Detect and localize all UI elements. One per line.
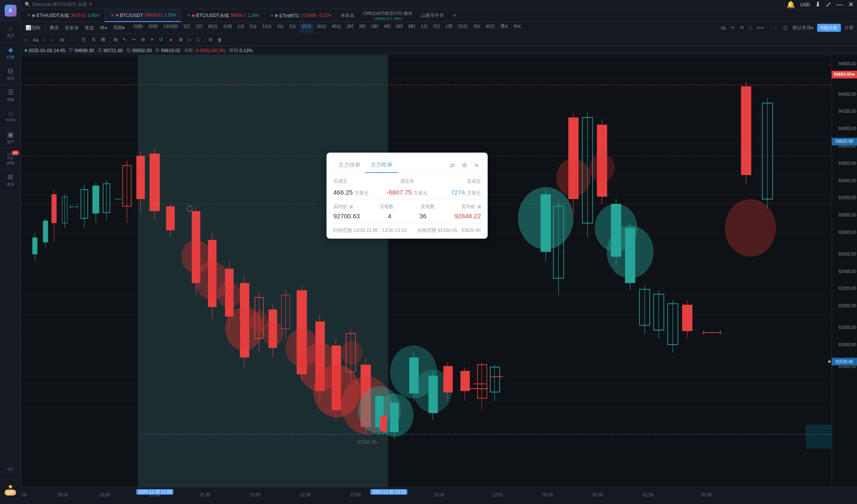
period-5m-a[interactable]: 5分: [248, 23, 259, 33]
copy-icon-sell[interactable]: ⊞: [477, 204, 481, 209]
period-1w[interactable]: 1周: [443, 23, 455, 33]
period-20s[interactable]: 20秒: [131, 23, 145, 33]
compare-icon[interactable]: ⟷: [755, 25, 765, 31]
copy-icon-buy[interactable]: ⊞: [349, 204, 353, 209]
period-3d[interactable]: 3日: [181, 23, 193, 33]
symbol-tab-eth-btc[interactable]: ✕ ETH/BTC 0.03685 -0.32%: [264, 9, 336, 22]
tab-close-btc-perp[interactable]: ✕: [187, 13, 190, 18]
period-1m[interactable]: 1分: [235, 23, 247, 33]
period-15d[interactable]: 15日: [455, 23, 469, 33]
close-icon[interactable]: ✕: [848, 0, 854, 8]
sidebar-item-strategy[interactable]: ☰ 策略: [0, 85, 21, 106]
multi-line-button[interactable]: 留多条: [62, 23, 81, 33]
sidebar-item-tablet[interactable]: ▭: [0, 458, 21, 479]
sidebar-item-home[interactable]: ⌂ 首页: [0, 21, 21, 42]
large-style[interactable]: 大: [89, 35, 98, 45]
tab-close-btc[interactable]: ✕: [111, 13, 114, 17]
more-tools[interactable]: ···: [67, 35, 75, 45]
filter-tool[interactable]: ⊟: [207, 35, 215, 45]
alt-style[interactable]: 雅: [99, 35, 108, 45]
period-90m[interactable]: 90分: [206, 23, 220, 33]
edit-icon[interactable]: ✏: [729, 25, 737, 31]
sidebar-item-market[interactable]: ◈ 行情: [0, 42, 21, 64]
overlay-high-button[interactable]: 叠高: [47, 23, 61, 33]
period-4h[interactable]: 4时: [382, 23, 393, 33]
tab-close-eth-btc[interactable]: ✕: [270, 13, 274, 18]
pen-tool[interactable]: ✎: [120, 35, 128, 45]
timer-button[interactable]: 0s: [720, 25, 728, 31]
period-1d[interactable]: 1日: [419, 23, 430, 33]
play-tool[interactable]: ▷: [186, 35, 193, 45]
unnamed-tab[interactable]: 未命名: [336, 9, 359, 22]
period-5m-b[interactable]: 5分: [287, 23, 299, 33]
period-year[interactable]: 年K: [511, 23, 523, 33]
layout-button[interactable]: 财认布局♦: [791, 25, 815, 31]
period-2d[interactable]: 2日: [193, 23, 205, 33]
currency-selector[interactable]: USD: [800, 2, 810, 7]
period-1h[interactable]: 1时: [344, 23, 356, 33]
period-15m[interactable]: 15分: [299, 23, 313, 33]
expand-icon[interactable]: ⤢: [826, 0, 831, 8]
bell-icon[interactable]: 🔔: [787, 0, 795, 8]
sidebar-item-web3[interactable]: ⬡ Web3: [0, 106, 21, 127]
delete-tool[interactable]: 🗑: [215, 35, 224, 45]
indicators-button[interactable]: 📊 指标: [23, 23, 43, 33]
copy-tool[interactable]: ⊞: [112, 35, 120, 45]
period-30s[interactable]: 30秒: [146, 23, 160, 33]
circle-tool[interactable]: ⊕: [139, 35, 147, 45]
rect-tool[interactable]: □: [23, 35, 30, 45]
undo-tool[interactable]: ↺: [157, 35, 165, 45]
period-3h[interactable]: 3时: [369, 23, 380, 33]
period-45m[interactable]: 45分: [329, 23, 343, 33]
mountain-tab[interactable]: 山寨市牛市: [416, 9, 448, 22]
popup-settings-icon[interactable]: ⚙: [460, 160, 469, 170]
triangle-tool[interactable]: 🔺: [166, 35, 176, 45]
cme-tab[interactable]: CME比特币期货CFD-雅虎 100450.0 1.36%: [359, 9, 416, 22]
chart-area[interactable]: 91530.45 94800.00 94600.00 94400.00 9420…: [21, 55, 857, 487]
curve-tool[interactable]: 〜: [129, 35, 138, 45]
sidebar-item-news[interactable]: ⊟ 快讯: [0, 64, 21, 85]
tab-close-eth[interactable]: ✕: [27, 13, 31, 18]
symbol-tab-eth-usdt-perp[interactable]: ✕ ETH/USDT永续 3670.51 0.95%: [21, 9, 105, 22]
sidebar-item-assets[interactable]: ▣ 资产: [0, 127, 21, 148]
split-icon[interactable]: ◫: [782, 25, 789, 31]
symbol-tab-btc-usdt-perp[interactable]: ✕ BTC/USDT永续 99606.0 1.26%: [181, 9, 265, 22]
app-logo[interactable]: A: [0, 0, 21, 21]
layout-dots-icon[interactable]: ⋮⋮: [767, 25, 780, 31]
fullscreen-icon[interactable]: □: [747, 25, 754, 31]
period-1mo[interactable]: 月K: [471, 23, 483, 33]
download-icon[interactable]: ⬇: [815, 0, 821, 8]
popup-tab-pending[interactable]: 主力挂单: [333, 158, 366, 173]
replay-button[interactable]: 复盘: [82, 23, 97, 33]
period-10m[interactable]: 10分: [260, 23, 274, 33]
period-button[interactable]: 周期♦: [111, 23, 128, 33]
horizontal-tool[interactable]: ↔: [48, 35, 57, 45]
period-6h[interactable]: 6时: [394, 23, 405, 33]
text-tool[interactable]: Aa: [31, 35, 41, 45]
period-tick[interactable]: 分时: [221, 23, 234, 33]
period-8h[interactable]: 8时: [406, 23, 418, 33]
add-tab-button[interactable]: +: [448, 9, 461, 22]
line-tool[interactable]: /: [42, 35, 47, 45]
box-tool[interactable]: ⊠: [177, 35, 185, 45]
sidebar-item-more[interactable]: ⊞ 更多: [0, 170, 21, 191]
wave-tool[interactable]: W: [58, 35, 66, 45]
period-season[interactable]: 季K: [498, 23, 510, 33]
refresh-icon[interactable]: ⟲: [738, 25, 745, 31]
period-3d-b[interactable]: 3日: [431, 23, 442, 33]
search-area[interactable]: 🔍 Deepcoin BTC/USDT 永续 ✕: [25, 1, 92, 8]
k-analysis-button[interactable]: K线分析: [817, 24, 841, 32]
main-style[interactable]: 主: [79, 35, 88, 45]
cross-tool[interactable]: ✕: [148, 35, 156, 45]
period-45d[interactable]: 45日: [483, 23, 497, 33]
period-30m[interactable]: 30分: [315, 23, 329, 33]
popup-tab-eating[interactable]: 主力吃单: [366, 158, 398, 173]
hex-tool[interactable]: ⬡: [194, 35, 203, 45]
sidebar-item-community[interactable]: ◫ 群聊 65: [0, 148, 21, 170]
period-3m[interactable]: 3分: [275, 23, 286, 33]
sidebar-item-vip[interactable]: ⭐ VIP: [0, 479, 21, 501]
popup-close-icon[interactable]: ✕: [472, 160, 481, 170]
share-icon[interactable]: 分享: [843, 25, 855, 31]
period-2h[interactable]: 2时: [357, 23, 368, 33]
popup-swap-icon[interactable]: ⇄: [448, 160, 457, 170]
